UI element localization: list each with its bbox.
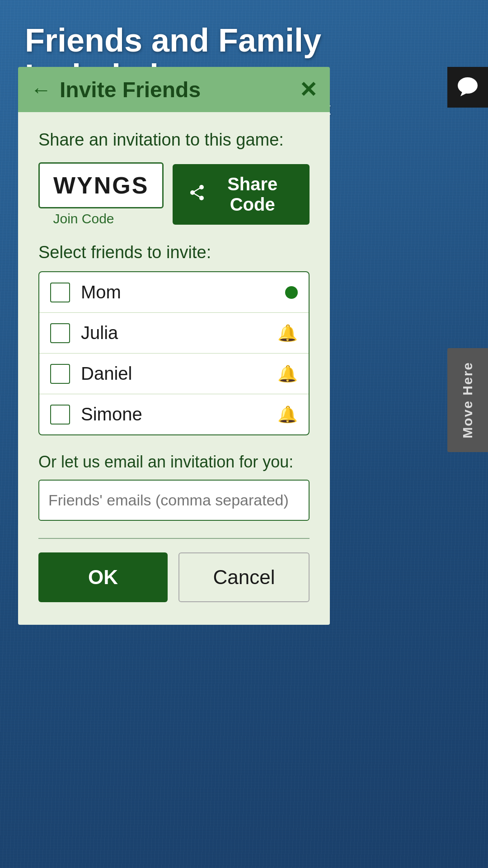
checkbox-simone[interactable] bbox=[50, 405, 70, 425]
join-code-label: Join Code bbox=[38, 211, 129, 226]
invite-friends-dialog: ← Invite Friends ✕ Share an invitation t… bbox=[18, 67, 330, 625]
close-button[interactable]: ✕ bbox=[299, 77, 317, 102]
join-code-value: WYNGS bbox=[53, 172, 149, 198]
bell-icon-simone: 🔔 bbox=[277, 405, 298, 424]
friend-name-mom: Mom bbox=[81, 282, 285, 302]
checkbox-daniel[interactable] bbox=[50, 364, 70, 384]
bell-icon-julia: 🔔 bbox=[277, 324, 298, 343]
friend-item-julia[interactable]: Julia 🔔 bbox=[39, 313, 309, 354]
divider bbox=[38, 538, 310, 539]
friend-name-simone: Simone bbox=[81, 404, 277, 425]
svg-point-0 bbox=[458, 77, 478, 94]
ok-button[interactable]: OK bbox=[38, 552, 168, 602]
share-section-label: Share an invitation to this game: bbox=[38, 130, 310, 150]
share-icon bbox=[189, 184, 205, 205]
friends-section-label: Select friends to invite: bbox=[38, 243, 310, 262]
share-code-label: Share Code bbox=[211, 174, 293, 215]
back-button[interactable]: ← bbox=[31, 77, 52, 102]
move-here-label: Move Here bbox=[460, 362, 475, 439]
friend-name-julia: Julia bbox=[81, 323, 277, 343]
checkbox-mom[interactable] bbox=[50, 283, 70, 302]
svg-line-5 bbox=[192, 187, 202, 193]
svg-line-6 bbox=[192, 193, 202, 198]
email-section-label: Or let us email an invitation for you: bbox=[38, 453, 310, 472]
dialog-title: Invite Friends bbox=[60, 77, 201, 102]
friend-name-daniel: Daniel bbox=[81, 363, 277, 384]
friends-list: Mom Julia 🔔 Daniel 🔔 Simone 🔔 bbox=[38, 271, 310, 435]
share-row: WYNGS Join Code Share Code bbox=[38, 162, 310, 226]
join-code-container: WYNGS Join Code bbox=[38, 162, 164, 226]
friend-item-simone[interactable]: Simone 🔔 bbox=[39, 394, 309, 434]
friend-item-mom[interactable]: Mom bbox=[39, 272, 309, 313]
email-input[interactable] bbox=[38, 480, 310, 521]
dialog-header-left: ← Invite Friends bbox=[31, 77, 201, 102]
dialog-body: Share an invitation to this game: WYNGS … bbox=[18, 112, 330, 625]
status-online-mom bbox=[285, 286, 298, 299]
share-code-button[interactable]: Share Code bbox=[173, 164, 310, 225]
move-here-panel[interactable]: Move Here bbox=[447, 348, 488, 452]
checkbox-julia[interactable] bbox=[50, 323, 70, 343]
chat-button[interactable] bbox=[447, 67, 488, 108]
join-code-box: WYNGS bbox=[38, 162, 164, 208]
bell-icon-daniel: 🔔 bbox=[277, 364, 298, 383]
friend-item-daniel[interactable]: Daniel 🔔 bbox=[39, 354, 309, 394]
dialog-header: ← Invite Friends ✕ bbox=[18, 67, 330, 112]
action-buttons: OK Cancel bbox=[38, 552, 310, 602]
cancel-button[interactable]: Cancel bbox=[178, 552, 310, 602]
